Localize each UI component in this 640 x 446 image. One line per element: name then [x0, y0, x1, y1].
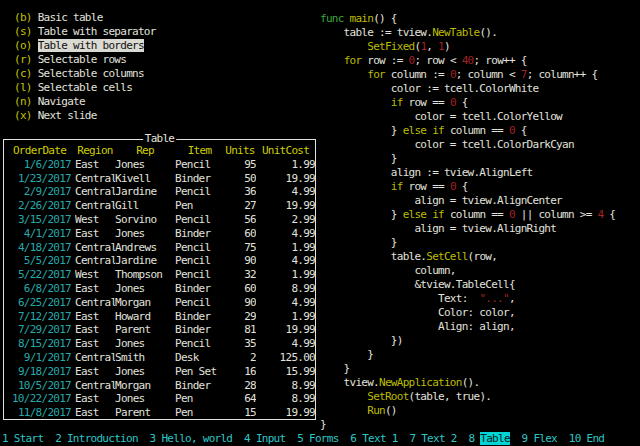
- table-cell: 64: [224, 392, 256, 406]
- table-cell: 1/23/2017: [8, 172, 71, 186]
- code-token: for: [344, 54, 362, 67]
- menu-item-navigate[interactable]: (n) Navigate: [14, 95, 156, 109]
- table-rows: OrderDateRegionRepItemUnitsUnitCost1/6/2…: [4, 144, 315, 420]
- status-item-end[interactable]: 10 End: [569, 432, 604, 445]
- code-token: main: [350, 12, 374, 25]
- status-item-label: Input: [256, 432, 286, 445]
- code-line: color = tcell.ColorDarkCyan: [320, 138, 615, 152]
- table-cell: 19.99: [256, 172, 315, 186]
- code-line: color := tcell.ColorWhite: [320, 82, 615, 96]
- table-cell: Pen: [175, 392, 224, 406]
- menu-key: (b): [14, 11, 32, 24]
- menu-key: (r): [14, 53, 32, 66]
- status-item-label: Table: [480, 432, 510, 445]
- code-token: ; row <: [414, 54, 461, 67]
- status-item-text-1[interactable]: 6 Text 1: [350, 432, 397, 445]
- code-line: color = tcell.ColorYellow: [320, 110, 615, 124]
- code-token: (table, true).: [409, 390, 492, 403]
- table-cell: Pencil: [175, 337, 224, 351]
- menu-item-selectable-columns[interactable]: (c) Selectable columns: [14, 67, 156, 81]
- status-item-start[interactable]: 1 Start: [2, 432, 43, 445]
- status-item-text-2[interactable]: 7 Text 2: [409, 432, 456, 445]
- code-line: SetRoot(table, true).: [320, 390, 615, 404]
- table-cell: Andrews: [115, 241, 175, 255]
- table-cell: 2/26/2017: [8, 199, 71, 213]
- code-token: [320, 54, 344, 67]
- table-cell: 4.99: [256, 337, 315, 351]
- table-cell: East: [75, 406, 115, 420]
- code-token: "...": [479, 292, 509, 305]
- code-line: }: [320, 152, 615, 166]
- table-row: 5/22/2017WestThompsonPencil321.99: [4, 268, 315, 282]
- status-item-input[interactable]: 4 Input: [244, 432, 285, 445]
- table-cell: 15.99: [256, 365, 315, 379]
- code-line: Align: align,: [320, 320, 615, 334]
- menu-item-selectable-cells[interactable]: (l) Selectable cells: [14, 81, 156, 95]
- code-line: for column := 0; column < 7; column++ {: [320, 68, 615, 82]
- code-token: column :=: [385, 68, 450, 81]
- status-item-number: 9: [522, 432, 528, 445]
- table-cell: 60: [224, 282, 256, 296]
- table-cell: Pencil: [175, 185, 224, 199]
- code-token: ; column <: [456, 68, 521, 81]
- table-cell: 1/6/2017: [8, 158, 71, 172]
- table-panel: Table OrderDateRegionRepItemUnitsUnitCos…: [3, 139, 316, 420]
- code-token: row :=: [361, 54, 408, 67]
- table-header-cell: Region: [75, 144, 115, 158]
- table-cell: Binder: [175, 323, 224, 337]
- table-cell: Pencil: [175, 158, 224, 172]
- code-token: SetRoot: [367, 390, 408, 403]
- table-row: 3/15/2017WestSorvinoPencil562.99: [4, 213, 315, 227]
- code-line: Run(): [320, 404, 615, 418]
- table-cell: Sorvino: [115, 213, 175, 227]
- code-token: {: [603, 208, 615, 221]
- table-cell: Parent: [115, 406, 175, 420]
- table-cell: 3/15/2017: [8, 213, 71, 227]
- table-cell: 10/22/2017: [8, 392, 71, 406]
- code-token: table := tview.: [320, 26, 432, 39]
- status-item-table[interactable]: 8 Table: [468, 432, 509, 445]
- status-item-label: Text 2: [421, 432, 456, 445]
- table-cell: Central: [75, 351, 115, 365]
- menu-item-basic-table[interactable]: (b) Basic table: [14, 11, 156, 25]
- menu-item-table-with-separator[interactable]: (s) Table with separator: [14, 25, 156, 39]
- status-item-hello-world[interactable]: 3 Hello, world: [150, 432, 233, 445]
- status-item-introduction[interactable]: 2 Introduction: [55, 432, 138, 445]
- table-cell: Jones: [115, 337, 175, 351]
- table-cell: 19.99: [256, 323, 315, 337]
- code-line: for row := 0; row < 40; row++ {: [320, 54, 615, 68]
- code-token: else: [403, 124, 427, 137]
- table-cell: 4.99: [256, 254, 315, 268]
- table-cell: Central: [75, 254, 115, 268]
- table-cell: 7/29/2017: [8, 323, 71, 337]
- code-token: [320, 404, 367, 417]
- status-item-forms[interactable]: 5 Forms: [297, 432, 338, 445]
- menu-item-label: Table with borders: [38, 39, 144, 52]
- table-header-cell: OrderDate: [8, 144, 71, 158]
- status-item-label: Start: [14, 432, 44, 445]
- code-line: }: [320, 348, 615, 362]
- status-item-flex[interactable]: 9 Flex: [522, 432, 557, 445]
- code-line: tview.NewApplication().: [320, 376, 615, 390]
- table-cell: 19.99: [256, 406, 315, 420]
- menu-item-selectable-rows[interactable]: (r) Selectable rows: [14, 53, 156, 67]
- code-token: }: [320, 348, 373, 361]
- table-cell: West: [75, 268, 115, 282]
- table-cell: 5/5/2017: [8, 254, 71, 268]
- code-token: align = tview.AlignRight: [320, 222, 556, 235]
- status-item-number: 2: [55, 432, 61, 445]
- code-token: if: [391, 180, 403, 193]
- menu-item-label: Next slide: [38, 109, 97, 122]
- menu-item-table-with-borders[interactable]: (o) Table with borders: [14, 39, 156, 53]
- menu-item-label: Basic table: [38, 11, 103, 24]
- status-item-label: Forms: [309, 432, 339, 445]
- table-cell: East: [75, 310, 115, 324]
- code-token: }: [320, 236, 397, 249]
- table-cell: Pencil: [175, 241, 224, 255]
- table-cell: 2/9/2017: [8, 185, 71, 199]
- table-cell: 4.99: [256, 185, 315, 199]
- code-token: [320, 180, 391, 193]
- status-item-number: 10: [569, 432, 581, 445]
- menu-item-next-slide[interactable]: (x) Next slide: [14, 109, 156, 123]
- table-cell: Pen: [175, 406, 224, 420]
